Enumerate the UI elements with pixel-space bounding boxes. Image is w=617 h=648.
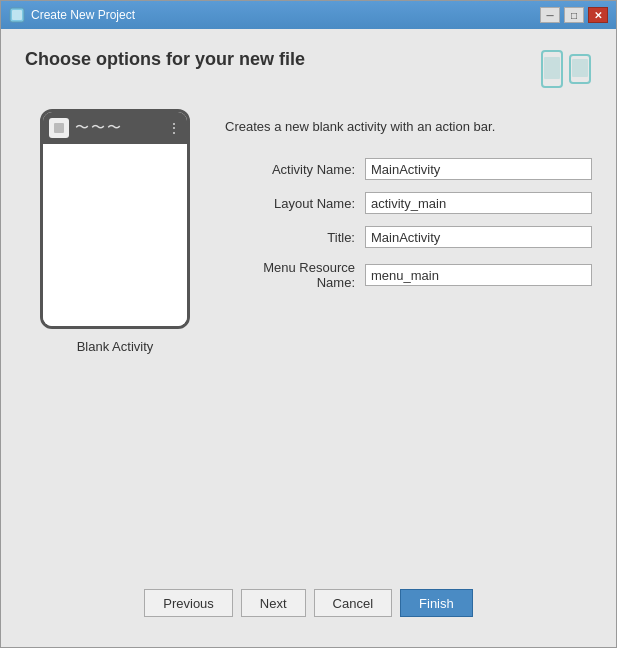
cancel-button[interactable]: Cancel bbox=[314, 589, 392, 617]
window-icon bbox=[9, 7, 25, 23]
activity-label: Blank Activity bbox=[77, 339, 154, 354]
phone-dots: ⋮ bbox=[167, 120, 181, 136]
android-icon bbox=[540, 49, 592, 89]
footer: Previous Next Cancel Finish bbox=[25, 575, 592, 627]
page-title: Choose options for your new file bbox=[25, 49, 305, 70]
main-area: 〜〜〜 ⋮ Blank Activity Creates a new blank… bbox=[25, 109, 592, 575]
window-controls: ─ □ ✕ bbox=[540, 7, 608, 23]
svg-rect-5 bbox=[572, 59, 588, 77]
svg-rect-6 bbox=[54, 123, 64, 133]
title-label: Title: bbox=[225, 230, 365, 245]
minimize-button[interactable]: ─ bbox=[540, 7, 560, 23]
previous-button[interactable]: Previous bbox=[144, 589, 233, 617]
layout-name-label: Layout Name: bbox=[225, 196, 365, 211]
title-bar: Create New Project ─ □ ✕ bbox=[1, 1, 616, 29]
close-button[interactable]: ✕ bbox=[588, 7, 608, 23]
title-input[interactable] bbox=[365, 226, 592, 248]
page-header: Choose options for your new file bbox=[25, 49, 592, 89]
finish-button[interactable]: Finish bbox=[400, 589, 473, 617]
form-grid: Activity Name: Layout Name: Title: Menu … bbox=[225, 158, 592, 290]
menu-resource-label: Menu Resource Name: bbox=[225, 260, 365, 290]
layout-name-input[interactable] bbox=[365, 192, 592, 214]
left-panel: 〜〜〜 ⋮ Blank Activity bbox=[25, 109, 205, 575]
svg-rect-4 bbox=[544, 57, 560, 79]
svg-rect-1 bbox=[12, 10, 22, 20]
maximize-button[interactable]: □ bbox=[564, 7, 584, 23]
phone-wave: 〜〜〜 bbox=[75, 119, 161, 137]
phone-preview: 〜〜〜 ⋮ bbox=[40, 109, 190, 329]
right-panel: Creates a new blank activity with an act… bbox=[225, 109, 592, 575]
activity-name-input[interactable] bbox=[365, 158, 592, 180]
phone-body bbox=[43, 144, 187, 326]
window-title: Create New Project bbox=[31, 8, 540, 22]
next-button[interactable]: Next bbox=[241, 589, 306, 617]
description-text: Creates a new blank activity with an act… bbox=[225, 119, 592, 134]
phone-status-bar: 〜〜〜 ⋮ bbox=[43, 112, 187, 144]
activity-name-label: Activity Name: bbox=[225, 162, 365, 177]
content-area: Choose options for your new file bbox=[1, 29, 616, 647]
menu-resource-input[interactable] bbox=[365, 264, 592, 286]
main-window: Create New Project ─ □ ✕ Choose options … bbox=[0, 0, 617, 648]
phone-back-btn bbox=[49, 118, 69, 138]
